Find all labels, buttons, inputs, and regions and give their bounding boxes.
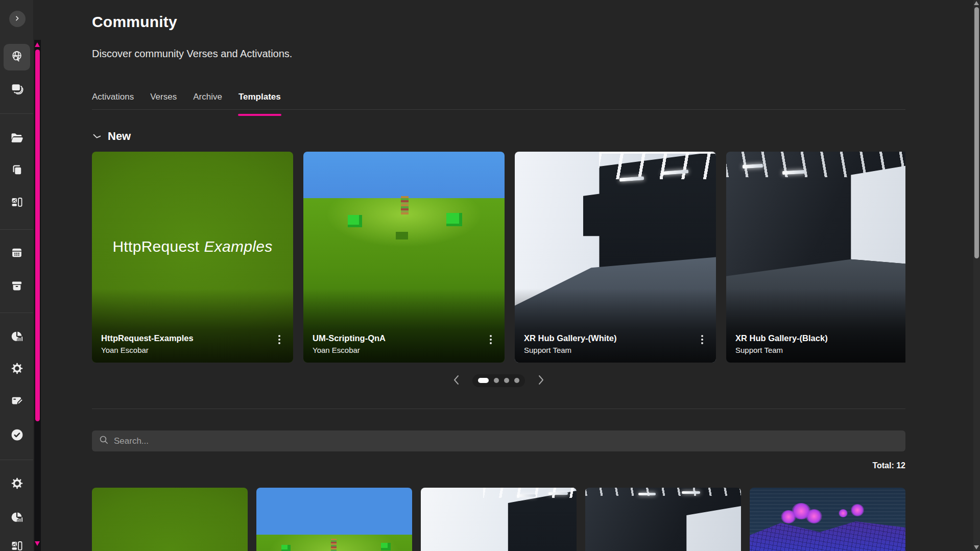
card-author: Support Team	[735, 345, 897, 355]
gear-icon	[10, 476, 24, 492]
sidebar-item-tasks[interactable]	[5, 423, 29, 448]
grid-card-xr-hub-gallery-white[interactable]	[421, 488, 577, 551]
template-card-xr-hub-gallery-white[interactable]: XR Hub Gallery-(White) Support Team	[515, 152, 716, 363]
chevron-right-icon	[538, 375, 544, 387]
calendar-icon	[10, 246, 23, 261]
grid-card-httprequest-examples[interactable]	[92, 488, 248, 551]
card-menu-button[interactable]	[485, 333, 496, 346]
grid-card-um-scripting-qna[interactable]	[256, 488, 412, 551]
carousel-prev-button[interactable]	[453, 375, 459, 387]
page-subtitle: Discover community Verses and Activation…	[92, 48, 292, 60]
tab-verses[interactable]: Verses	[150, 92, 177, 109]
sidebar-item-settings-2[interactable]	[5, 472, 29, 496]
page-dot-4[interactable]	[514, 378, 519, 383]
check-circle-icon	[10, 427, 25, 444]
sidebar-item-compose[interactable]	[5, 389, 29, 414]
card-title: XR Hub Gallery-(White)	[524, 332, 685, 345]
tab-templates[interactable]: Templates	[238, 92, 281, 109]
tab-bar: Activations Verses Archive Templates	[92, 92, 281, 109]
tab-activations[interactable]: Activations	[92, 92, 134, 109]
scroll-down-arrow-icon[interactable]	[974, 545, 979, 549]
card-author: Yoan Escobar	[313, 345, 474, 355]
page-dot-2[interactable]	[494, 378, 499, 383]
sidebar	[0, 0, 33, 551]
card-title: HttpRequest-Examples	[101, 332, 262, 345]
sidebar-item-stats[interactable]	[5, 325, 29, 349]
card-title: XR Hub Gallery-(Black)	[735, 332, 897, 345]
section-new-header[interactable]: New	[93, 130, 131, 143]
layers-icon	[10, 82, 24, 98]
media-layout-icon	[10, 539, 23, 551]
sidebar-item-community[interactable]	[4, 44, 30, 70]
page-title: Community	[92, 13, 177, 31]
card-menu-button[interactable]	[697, 333, 708, 346]
card-title: UM-Scripting-QnA	[313, 332, 474, 345]
page-dot-3[interactable]	[504, 378, 509, 383]
template-card-httprequest-examples[interactable]: HttpRequestExamples HttpRequest-Examples…	[92, 152, 293, 363]
pie-chart-icon	[10, 329, 24, 345]
pie-chart-icon	[10, 510, 24, 526]
carousel-pager	[92, 373, 905, 388]
chevron-down-icon	[93, 132, 101, 141]
results-total: Total: 12	[752, 461, 905, 470]
sidebar-divider	[0, 113, 33, 114]
page-scrollbar-thumb[interactable]	[974, 7, 979, 258]
chevron-left-icon	[453, 375, 459, 387]
media-layout-icon	[10, 196, 23, 211]
globe-search-icon	[10, 50, 24, 65]
search-bar	[92, 430, 905, 451]
sidebar-divider	[0, 229, 33, 230]
gear-icon	[10, 362, 24, 377]
tab-divider	[92, 109, 905, 110]
card-menu-button[interactable]	[274, 333, 285, 346]
sidebar-expand-button[interactable]	[9, 11, 26, 27]
scroll-up-arrow-icon[interactable]	[35, 42, 40, 47]
sidebar-item-media[interactable]	[5, 191, 29, 215]
sidebar-item-media-2[interactable]	[5, 535, 29, 551]
sidebar-item-collections[interactable]	[5, 77, 29, 102]
page-dot-1-active[interactable]	[478, 378, 489, 383]
chevron-right-icon	[13, 14, 21, 24]
scroll-down-arrow-icon[interactable]	[35, 541, 40, 546]
section-title: New	[108, 130, 131, 143]
card-author: Yoan Escobar	[101, 345, 262, 355]
sidebar-item-archive[interactable]	[5, 275, 29, 299]
grid-card-xr-hub-gallery-black[interactable]	[585, 488, 741, 551]
search-input[interactable]	[114, 436, 898, 446]
thumbnail-banner-text: HttpRequestExamples	[92, 238, 293, 255]
sidebar-scrollbar-thumb[interactable]	[35, 50, 40, 421]
sidebar-item-settings[interactable]	[5, 357, 29, 381]
grid-card-vaporwave-island[interactable]	[750, 488, 905, 551]
sidebar-item-events[interactable]	[5, 242, 29, 266]
carousel-next-button[interactable]	[538, 375, 544, 387]
search-icon	[99, 435, 109, 447]
sidebar-item-copies[interactable]	[5, 159, 29, 183]
folder-open-icon	[10, 131, 24, 147]
sidebar-item-files[interactable]	[5, 127, 29, 151]
sidebar-divider	[0, 460, 33, 460]
template-card-um-scripting-qna[interactable]: UM-Scripting-QnA Yoan Escobar	[303, 152, 505, 363]
tab-archive[interactable]: Archive	[193, 92, 222, 109]
sidebar-item-stats-2[interactable]	[5, 506, 29, 530]
carousel-pagination	[472, 374, 525, 387]
templates-carousel: HttpRequestExamples HttpRequest-Examples…	[92, 152, 905, 363]
card-edit-icon	[10, 394, 24, 410]
sidebar-divider	[0, 313, 33, 313]
templates-grid	[92, 488, 905, 551]
copy-icon	[10, 163, 23, 179]
scroll-up-arrow-icon[interactable]	[974, 1, 979, 5]
archive-icon	[10, 279, 23, 295]
template-card-xr-hub-gallery-black[interactable]: XR Hub Gallery-(Black) Support Team	[726, 152, 905, 363]
card-author: Support Team	[524, 345, 685, 355]
section-divider	[92, 409, 905, 409]
